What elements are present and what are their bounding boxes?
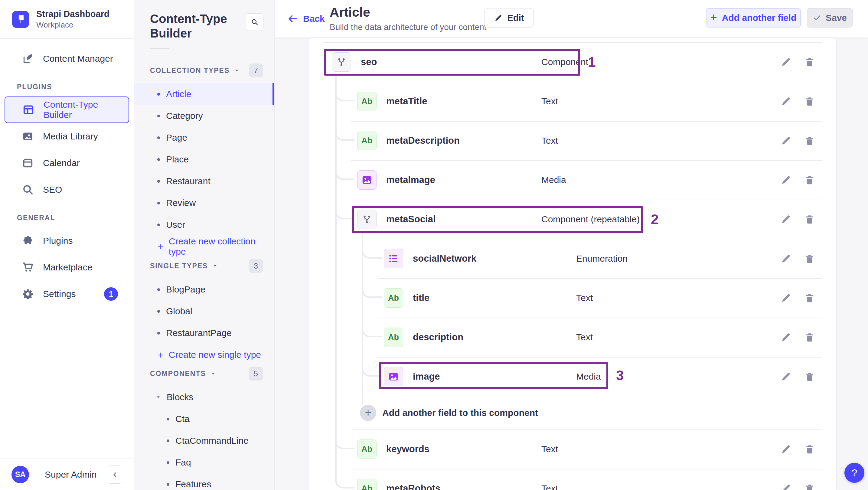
component-field-icon: [332, 52, 351, 72]
delete-field-button[interactable]: [803, 482, 816, 490]
edit-field-button[interactable]: [779, 252, 793, 265]
field-name: metaImage: [386, 175, 435, 185]
delete-field-button[interactable]: [803, 331, 816, 344]
collapse-sidebar-button[interactable]: [108, 465, 122, 484]
content-type-builder-panel: Content-Type Builder COLLECTION TYPES7Ar…: [134, 0, 275, 490]
type-item-user[interactable]: User: [134, 214, 274, 236]
sidebar-item-seo[interactable]: SEO: [0, 176, 134, 203]
sidebar-item-calendar[interactable]: Calendar: [0, 150, 134, 176]
sidebar-item-marketplace[interactable]: Marketplace: [0, 254, 134, 281]
edit-field-button[interactable]: [779, 173, 793, 187]
trash-icon: [804, 214, 815, 225]
row-divider: [377, 357, 822, 358]
edit-button[interactable]: Edit: [485, 8, 533, 28]
row-actions: [779, 291, 816, 305]
component-group-blocks[interactable]: Blocks: [134, 386, 274, 408]
section-header-single-types[interactable]: SINGLE TYPES3: [134, 259, 274, 273]
section-list: ArticleCategoryPagePlaceRestaurantReview…: [134, 83, 274, 257]
type-item-page[interactable]: Page: [134, 127, 274, 149]
back-link[interactable]: Back: [287, 13, 325, 24]
type-item-cta[interactable]: Cta: [134, 408, 274, 430]
chevron-down-icon: [213, 264, 217, 268]
delete-field-button[interactable]: [803, 252, 816, 265]
triangle-down-icon: [156, 395, 161, 400]
field-name: socialNetwork: [413, 253, 476, 264]
edit-field-button[interactable]: [779, 370, 793, 383]
row-divider: [351, 200, 822, 200]
delete-field-button[interactable]: [803, 95, 816, 108]
section-list: BlogPageGlobalRestaurantPage+Create new …: [134, 279, 274, 366]
pencil-icon: [494, 13, 503, 22]
add-field-to-component-label[interactable]: Add another field to this component: [382, 408, 538, 418]
field-type: Text: [576, 332, 593, 342]
delete-field-button[interactable]: [803, 291, 816, 305]
section-list: BlocksCtaCtaCommandLineFaqFeatures: [134, 386, 274, 490]
chevron-left-icon: [112, 471, 118, 478]
trash-icon: [804, 96, 815, 107]
page-title: Article: [330, 5, 370, 20]
delete-field-button[interactable]: [803, 442, 816, 456]
edit-field-button[interactable]: [779, 291, 793, 305]
edit-field-button[interactable]: [779, 95, 793, 108]
type-item-restaurantpage[interactable]: RestaurantPage: [134, 322, 274, 344]
type-item-blogpage[interactable]: BlogPage: [134, 279, 274, 300]
create-action-1[interactable]: +Create new single type: [134, 344, 274, 366]
check-icon: [813, 14, 821, 22]
edit-field-button[interactable]: [779, 213, 793, 226]
save-button[interactable]: Save: [807, 8, 853, 28]
edit-field-button[interactable]: [779, 134, 793, 147]
help-button[interactable]: ?: [844, 463, 864, 483]
bullet-icon: [157, 288, 160, 291]
layout-icon: [22, 104, 34, 116]
row-divider: [351, 121, 822, 122]
sidebar-item-content-manager[interactable]: Content Manager: [0, 45, 134, 72]
type-item-review[interactable]: Review: [134, 192, 274, 214]
sidebar-item-settings[interactable]: Settings1: [0, 281, 134, 307]
edit-field-button[interactable]: [779, 55, 793, 69]
field-name: title: [413, 293, 430, 303]
row-actions: [779, 55, 816, 69]
type-item-category[interactable]: Category: [134, 105, 274, 127]
add-another-field-button[interactable]: + Add another field: [706, 8, 801, 28]
main-sidebar: Strapi Dashboard Workplace Content Manag…: [0, 0, 134, 490]
type-item-features[interactable]: Features: [134, 473, 274, 490]
avatar[interactable]: SA: [11, 466, 29, 483]
delete-field-button[interactable]: [803, 55, 816, 69]
search-button[interactable]: [246, 13, 264, 31]
sidebar-item-media-library[interactable]: Media Library: [0, 123, 134, 150]
field-type: Text: [541, 135, 558, 146]
type-item-global[interactable]: Global: [134, 300, 274, 322]
row-actions: [779, 370, 816, 383]
type-item-article[interactable]: Article: [134, 83, 274, 105]
row-actions: [779, 213, 816, 226]
type-item-place[interactable]: Place: [134, 149, 274, 170]
section-header-collection-types[interactable]: COLLECTION TYPES7: [134, 64, 274, 77]
delete-field-button[interactable]: [803, 213, 816, 226]
delete-field-button[interactable]: [803, 173, 816, 187]
sidebar-item-plugins[interactable]: Plugins: [0, 227, 134, 254]
field-row-metaRobots: AbmetaRobotsText: [309, 469, 836, 490]
sidebar-item-label: SEO: [43, 184, 62, 195]
bullet-icon: [157, 223, 160, 226]
type-item-faq[interactable]: Faq: [134, 452, 274, 473]
create-action-0[interactable]: +Create new collection type: [134, 236, 274, 257]
sidebar-item-content-type-builder[interactable]: Content-Type Builder: [4, 96, 129, 123]
section-label: COMPONENTS: [150, 370, 206, 378]
delete-field-button[interactable]: [803, 134, 816, 147]
add-field-to-component-row: +Add another field to this component: [309, 396, 836, 429]
back-label: Back: [303, 13, 325, 24]
text-field-icon: Ab: [357, 92, 376, 111]
edit-field-button[interactable]: [779, 482, 793, 490]
edit-field-button[interactable]: [779, 331, 793, 344]
edit-field-button[interactable]: [779, 442, 793, 456]
type-item-ctacommandline[interactable]: CtaCommandLine: [134, 430, 274, 452]
component-field-icon: [357, 210, 376, 229]
type-item-restaurant[interactable]: Restaurant: [134, 170, 274, 192]
delete-field-button[interactable]: [803, 370, 816, 383]
page-subtitle: Build the data architecture of your cont…: [330, 22, 486, 32]
add-field-plus-button[interactable]: +: [360, 405, 376, 421]
bullet-icon: [167, 483, 169, 486]
field-name: seo: [361, 57, 377, 67]
pencil-icon: [781, 332, 792, 343]
section-header-components[interactable]: COMPONENTS5: [134, 367, 274, 380]
